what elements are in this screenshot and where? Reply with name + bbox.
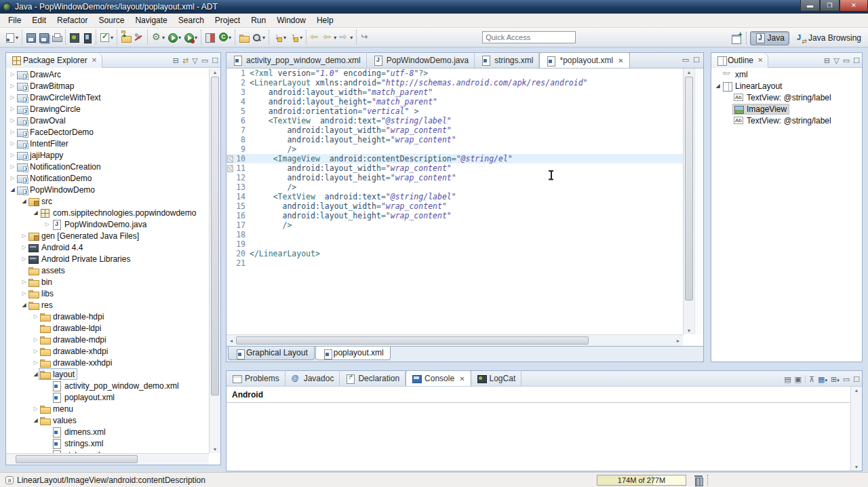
collapse-arrow-icon[interactable]: ◢ — [32, 371, 39, 377]
tree-item-drawable-ldpi[interactable]: drawable-ldpi — [6, 322, 209, 334]
collapse-arrow-icon[interactable]: ◢ — [32, 417, 39, 423]
open-perspective-button[interactable] — [730, 31, 743, 45]
package-explorer-tab[interactable]: Package Explorer ✕ — [6, 53, 102, 68]
xml-editor[interactable]: 1<?xml version="1.0" encoding="utf-8"?>2… — [226, 69, 683, 334]
collapse-all-icon[interactable]: ⊟ — [173, 57, 179, 64]
expand-arrow-icon[interactable]: ▷ — [20, 244, 28, 250]
collapse-all-icon[interactable]: ⊟ — [824, 57, 830, 64]
collapse-arrow-icon[interactable]: ◢ — [9, 187, 16, 193]
code-line-3[interactable]: 3 android:layout_width="match_parent" — [226, 87, 683, 97]
expand-arrow-icon[interactable]: ▷ — [9, 129, 16, 135]
editor-vscrollbar[interactable]: ▲ ▼ — [683, 69, 694, 334]
android-virtual-device-manager-button[interactable] — [81, 31, 94, 44]
code-line-15[interactable]: 15 android:layout_width="wrap_content" — [226, 201, 683, 211]
dropdown-caret-icon[interactable]: ▾ — [111, 35, 113, 41]
close-window-button[interactable]: ✕ — [840, 0, 868, 12]
tree-item-xml[interactable]: xml — [711, 69, 862, 80]
code-line-7[interactable]: 7 android:layout_width="wrap_content" — [226, 125, 683, 135]
tree-item-facedectordemo[interactable]: ▷FaceDectorDemo — [6, 126, 209, 138]
close-tab-icon[interactable]: ✕ — [618, 57, 623, 64]
menu-item-source[interactable]: Source — [93, 14, 130, 26]
tree-item-jajihappy[interactable]: ▷jajiHappy — [6, 149, 209, 161]
open-resource-button[interactable] — [237, 31, 250, 44]
minimize-view-icon[interactable]: ▭ — [201, 57, 208, 64]
expand-arrow-icon[interactable]: ▷ — [20, 233, 28, 239]
clear-console-icon[interactable]: ▤ — [784, 376, 791, 383]
editor-tab-strings-xml[interactable]: strings.xml — [475, 52, 539, 68]
expand-arrow-icon[interactable]: ▷ — [9, 117, 16, 123]
code-line-19[interactable]: 19 — [226, 239, 683, 249]
last-edit-location-button[interactable] — [359, 31, 372, 44]
search-button[interactable]: ▾ — [250, 31, 267, 44]
code-line-16[interactable]: 16 android:layout_height="wrap_content" — [226, 211, 683, 220]
previous-annotation-button[interactable]: ▾ — [288, 31, 304, 44]
dropdown-caret-icon[interactable]: ▾ — [229, 35, 231, 41]
expand-arrow-icon[interactable]: ▷ — [9, 175, 16, 181]
tree-item-layout[interactable]: ◢layout — [6, 368, 209, 380]
tree-item-bin[interactable]: ▷bin — [6, 276, 209, 288]
code-line-12[interactable]: 12 android:layout_height="wrap_content" — [226, 173, 683, 182]
new-java-class-button[interactable]: ▾ — [216, 31, 233, 44]
expand-arrow-icon[interactable]: ▷ — [9, 83, 16, 89]
view-menu-icon[interactable]: ▽ — [192, 57, 197, 64]
dropdown-caret-icon[interactable]: ▾ — [350, 35, 353, 41]
expand-arrow-icon[interactable]: ▷ — [9, 140, 16, 147]
expand-arrow-icon[interactable]: ▷ — [20, 279, 28, 285]
code-line-8[interactable]: 8 android:layout_height="wrap_content" — [226, 135, 683, 144]
debug-button[interactable]: ▾ — [150, 31, 166, 44]
menu-item-window[interactable]: Window — [271, 14, 311, 26]
tree-item-drawbitmap[interactable]: ▷DrawBitmap — [6, 80, 209, 92]
tree-item-drawable-mdpi[interactable]: ▷drawable-mdpi — [6, 334, 209, 345]
dropdown-caret-icon[interactable]: ▾ — [162, 35, 165, 41]
outline-tab[interactable]: Outline ✕ — [711, 53, 768, 68]
dropdown-caret-icon[interactable]: ▾ — [262, 35, 265, 41]
expand-arrow-icon[interactable]: ▷ — [9, 71, 16, 77]
forward-button[interactable]: ▾ — [338, 31, 354, 44]
perspective-java[interactable]: Java — [750, 31, 789, 45]
tree-item-notificationcreation[interactable]: ▷NotificationCreation — [6, 161, 209, 172]
code-line-6[interactable]: 6 <TextView android:text="@string/label" — [226, 116, 683, 125]
tree-item-dimens-xml[interactable]: dimens.xml — [6, 426, 209, 437]
menu-item-run[interactable]: Run — [245, 14, 271, 26]
console-tab-declaration[interactable]: Declaration — [340, 370, 406, 386]
expand-arrow-icon[interactable]: ▷ — [32, 336, 39, 343]
run-button[interactable]: ▾ — [166, 31, 182, 44]
minimize-view-icon[interactable]: ▭ — [843, 376, 850, 383]
back-button[interactable] — [309, 31, 321, 44]
collapse-arrow-icon[interactable]: ◢ — [20, 302, 28, 308]
next-annotation-button[interactable]: ▾ — [271, 31, 288, 44]
maximize-window-button[interactable]: ❐ — [820, 0, 840, 12]
editor-tab-activity-pop-window-demo-xml[interactable]: activity_pop_window_demo.xml — [226, 52, 367, 68]
tree-item-popwindowdemo-java[interactable]: ▷PopWindowDemo.java — [6, 218, 209, 230]
run-garbage-collector-icon[interactable] — [694, 475, 703, 485]
editor-tab-popwindowdemo-java[interactable]: PopWindowDemo.java — [367, 52, 475, 68]
quick-access-input[interactable] — [482, 31, 576, 43]
console-tab-problems[interactable]: Problems — [226, 370, 285, 386]
expand-arrow-icon[interactable]: ▷ — [32, 406, 39, 412]
code-line-13[interactable]: 13 /> — [226, 182, 683, 192]
scroll-lock-icon[interactable]: ▣ — [795, 376, 802, 383]
minimize-window-button[interactable]: ▬ — [800, 0, 820, 12]
code-line-18[interactable]: 18 — [226, 230, 683, 239]
package-explorer-hscrollbar[interactable] — [6, 453, 209, 465]
collapse-arrow-icon[interactable]: ◢ — [32, 210, 39, 216]
verify-apk-button[interactable]: ▾ — [98, 31, 115, 44]
save-button[interactable] — [24, 31, 37, 44]
expand-arrow-icon[interactable]: ▷ — [32, 359, 39, 366]
tree-item-com-sippitechnologies-popwindowdemo[interactable]: ◢com.sippitechnologies.popwindowdemo — [6, 207, 209, 218]
code-line-4[interactable]: 4 android:layout_height="match_parent" — [226, 97, 683, 106]
expand-arrow-icon[interactable]: ▷ — [9, 152, 16, 158]
console-tab-console[interactable]: Console✕ — [406, 370, 471, 386]
new-wizard-button[interactable]: ▾ — [3, 31, 20, 44]
tree-item-textview-string-label[interactable]: TextView: @string/label — [711, 115, 862, 126]
tree-item-menu[interactable]: ▷menu — [6, 403, 209, 414]
new-android-project-button[interactable] — [119, 31, 132, 44]
tree-item-strings-xml[interactable]: strings.xml — [6, 437, 209, 449]
expand-arrow-icon[interactable]: ▷ — [20, 290, 28, 296]
menu-item-project[interactable]: Project — [210, 14, 245, 26]
maximize-view-icon[interactable]: ☐ — [853, 57, 860, 64]
minimize-view-icon[interactable]: ▭ — [682, 56, 689, 64]
dropdown-caret-icon[interactable]: ▾ — [300, 35, 302, 41]
expand-arrow-icon[interactable]: ▷ — [32, 313, 39, 319]
code-line-14[interactable]: 14 <TextView android:text="@string/label… — [226, 192, 683, 201]
